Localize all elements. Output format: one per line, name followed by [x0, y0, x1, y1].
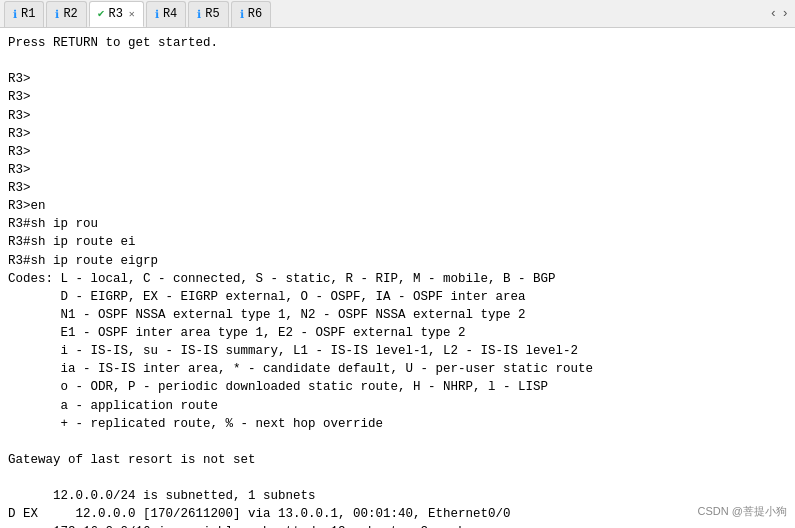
tab-label-R3: R3: [108, 7, 122, 21]
tab-R6[interactable]: ℹ R6: [231, 1, 271, 27]
tab-label-R1: R1: [21, 7, 35, 21]
tab-next-arrow[interactable]: ›: [781, 6, 789, 21]
tab-bar: ℹ R1 ℹ R2 ✔ R3 ✕ ℹ R4 ℹ R5 ℹ R6 ‹ ›: [0, 0, 795, 28]
info-icon-R6: ℹ: [240, 8, 244, 21]
info-icon-R2: ℹ: [55, 8, 59, 21]
terminal-area[interactable]: Press RETURN to get started. R3> R3> R3>…: [0, 28, 795, 528]
watermark: CSDN @菩提小狗: [698, 504, 787, 520]
tab-R3[interactable]: ✔ R3 ✕: [89, 1, 144, 27]
tab-R5[interactable]: ℹ R5: [188, 1, 228, 27]
tab-label-R4: R4: [163, 7, 177, 21]
info-icon-R5: ℹ: [197, 8, 201, 21]
tab-R4[interactable]: ℹ R4: [146, 1, 186, 27]
terminal-output: Press RETURN to get started. R3> R3> R3>…: [8, 34, 787, 528]
tab-label-R2: R2: [63, 7, 77, 21]
tab-R2[interactable]: ℹ R2: [46, 1, 86, 27]
tab-prev-arrow[interactable]: ‹: [769, 6, 777, 21]
info-icon-R4: ℹ: [155, 8, 159, 21]
info-icon-R1: ℹ: [13, 8, 17, 21]
tab-label-R6: R6: [248, 7, 262, 21]
check-icon-R3: ✔: [98, 7, 105, 20]
tab-label-R5: R5: [205, 7, 219, 21]
tab-nav-arrows[interactable]: ‹ ›: [769, 6, 795, 21]
tab-R1[interactable]: ℹ R1: [4, 1, 44, 27]
close-icon-R3[interactable]: ✕: [129, 8, 135, 20]
